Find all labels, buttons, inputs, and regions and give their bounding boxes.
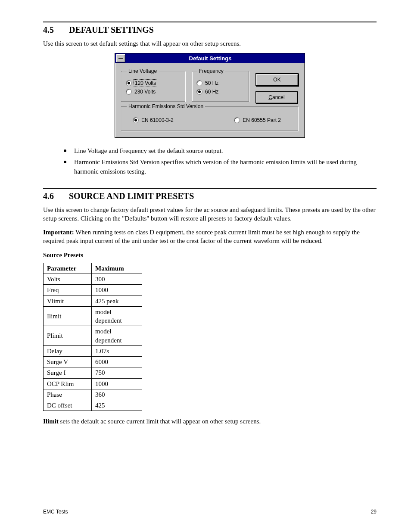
section-rule [43,22,377,22]
cell-parameter: Phase [44,389,92,400]
cell-maximum: 425 [92,400,142,411]
radio-icon [234,117,240,123]
cell-parameter: OCP Rlim [44,378,92,389]
cell-parameter: Surge I [44,367,92,378]
line-voltage-group: Line Voltage 120 Volts 230 Volts [121,68,186,102]
radio-en60555-label: EN 60555 Part 2 [243,117,281,123]
cell-parameter: DC offset [44,400,92,411]
radio-50-label: 50 Hz [205,80,218,86]
cell-maximum: 750 [92,367,142,378]
th-maximum: Maximum [92,263,142,274]
cell-maximum: model dependent [92,306,142,326]
footer-right: 29 [371,509,377,515]
radio-120-label: 120 Volts [134,80,156,86]
important-note: Important: When running tests on class D… [43,228,377,246]
table-row: Plimitmodel dependent [44,326,142,346]
radio-50-hz[interactable]: 50 Hz [196,80,245,86]
line-voltage-legend: Line Voltage [127,68,159,74]
dialog-title: Default Settings [126,55,305,62]
section1-intro: Use this screen to set default settings … [43,39,377,48]
radio-en61000-label: EN 61000-3-2 [141,117,174,123]
cell-parameter: Ilimit [44,306,92,326]
default-settings-dialog: Default Settings Line Voltage 120 Volts … [115,53,305,138]
harmonic-legend: Harmonic Emissions Std Version [127,103,205,109]
source-presets-table: Parameter Maximum Volts300Freq1000Vlimit… [43,263,142,411]
radio-icon [126,89,132,95]
section-rule [43,188,377,189]
cell-maximum: 425 peak [92,296,142,306]
radio-60-label: 60 Hz [205,89,218,95]
cancel-button[interactable]: Cancel [255,91,298,103]
section1-bullets: Line Voltage and Frequency set the defau… [64,146,377,176]
radio-icon [196,89,202,95]
bullet-item: Harmonic Emissions Std Version specifies… [64,158,377,177]
cell-maximum: 1000 [92,378,142,389]
table-row: Surge V6000 [44,357,142,367]
cell-maximum: 1.07s [92,345,142,356]
radio-en60555[interactable]: EN 60555 Part 2 [234,117,281,123]
cell-maximum: 360 [92,389,142,400]
cell-parameter: Surge V [44,357,92,367]
section-heading: 4.6 SOURCE AND LIMIT PRESETS [43,191,377,201]
section-heading: 4.5 DEFAULT SETTINGS [43,25,377,35]
table-row: Freq1000 [44,285,142,296]
dialog-wrap: Default Settings Line Voltage 120 Volts … [43,53,377,138]
radio-icon [196,80,202,86]
radio-230-label: 230 Volts [134,89,156,95]
section-number: 4.6 [43,191,69,201]
cell-maximum: 1000 [92,285,142,296]
table-row: Phase360 [44,389,142,400]
section-number: 4.5 [43,25,69,35]
source-presets-heading: Source Presets [43,251,377,259]
table-row: Ilimitmodel dependent [44,306,142,326]
cell-parameter: Plimit [44,326,92,346]
section-title: SOURCE AND LIMIT PRESETS [69,191,194,201]
section-title: DEFAULT SETTINGS [69,25,154,35]
table-row: Delay1.07s [44,345,142,356]
radio-icon [126,80,132,86]
page-footer: EMC Tests 29 [43,509,377,515]
radio-60-hz[interactable]: 60 Hz [196,89,245,95]
ok-button[interactable]: OK [255,73,299,86]
harmonic-emissions-group: Harmonic Emissions Std Version EN 61000-… [121,103,299,131]
section2-intro: Use this screen to change factory defaul… [43,205,377,223]
frequency-legend: Frequency [197,68,225,74]
th-parameter: Parameter [44,263,92,274]
radio-120-volts[interactable]: 120 Volts [126,80,181,86]
radio-icon [133,117,139,123]
table-row: Vlimit425 peak [44,296,142,306]
footer-left: EMC Tests [43,509,68,515]
cell-maximum: 6000 [92,357,142,367]
cell-maximum: model dependent [92,326,142,346]
frequency-group: Frequency 50 Hz 60 Hz [192,68,249,102]
ilimit-note: Ilimit sets the default ac source curren… [43,417,377,426]
cell-parameter: Freq [44,285,92,296]
cell-parameter: Vlimit [44,296,92,306]
table-row: Surge I750 [44,367,142,378]
cell-maximum: 300 [92,274,142,285]
radio-230-volts[interactable]: 230 Volts [126,89,181,95]
dialog-titlebar[interactable]: Default Settings [115,53,305,63]
radio-en61000[interactable]: EN 61000-3-2 [133,117,174,123]
table-row: Volts300 [44,274,142,285]
cell-parameter: Delay [44,345,92,356]
bullet-item: Line Voltage and Frequency set the defau… [64,146,377,156]
table-row: OCP Rlim1000 [44,378,142,389]
system-menu-icon[interactable] [116,54,125,62]
cell-parameter: Volts [44,274,92,285]
table-row: DC offset425 [44,400,142,411]
